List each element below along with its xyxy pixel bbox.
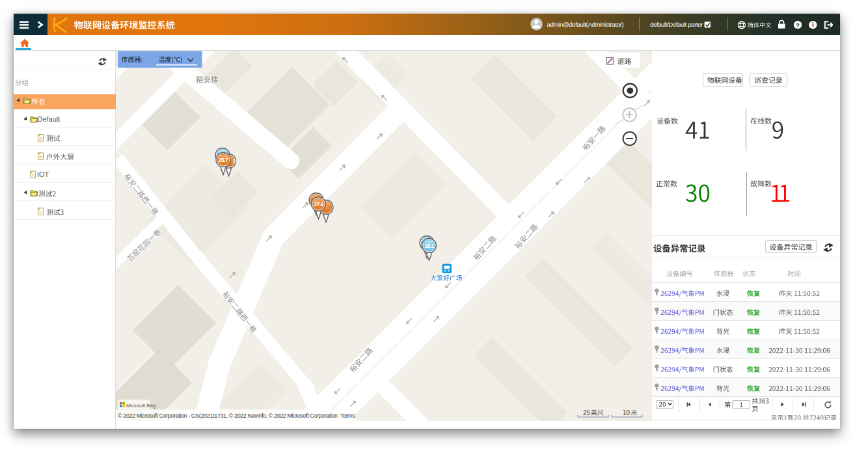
svg-text:25.7: 25.7 <box>219 157 228 163</box>
svg-text:10: 10 <box>623 409 631 416</box>
svg-text:© 2022 Microsoft Corporation -: © 2022 Microsoft Corporation - GS(2021)1… <box>118 412 355 419</box>
svg-text:2: 2 <box>233 158 236 165</box>
svg-text:25: 25 <box>583 409 591 416</box>
svg-text:16.1: 16.1 <box>424 243 434 249</box>
svg-text:Microsoft Bing: Microsoft Bing <box>126 403 156 409</box>
svg-text:27.4: 27.4 <box>314 201 323 208</box>
